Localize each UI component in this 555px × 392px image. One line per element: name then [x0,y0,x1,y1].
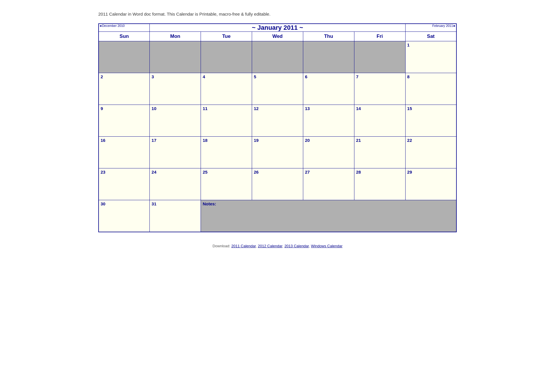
day-6: 6 [303,73,354,105]
next-month[interactable]: February 2011► [405,24,456,32]
day-3: 3 [150,73,201,105]
day-15: 15 [405,105,456,137]
day-11: 11 [201,105,252,137]
day-7: 7 [354,73,405,105]
week-row-3: 9101112131415 [99,105,456,137]
notes-cell: Notes: [201,200,456,232]
footer-prefix: Download: [212,244,230,248]
day-21: 21 [354,137,405,168]
week-row-5: 23242526272829 [99,168,456,200]
calendar-container: 2011 Calendar in Word doc format. This C… [98,12,457,248]
day-10: 10 [150,105,201,137]
link-2013-calendar[interactable]: 2013 Calendar [284,244,309,248]
link-2011-calendar[interactable]: 2011 Calendar [231,244,256,248]
day-name-wed: Wed [252,32,303,41]
month-header-row: ◄December 2010 ~ January 2011 ~ February… [99,24,456,32]
day-22: 22 [405,137,456,168]
day-30: 30 [99,200,150,232]
day-18: 18 [201,137,252,168]
day-inactive [150,41,201,73]
day-names-row: SunMonTueWedThuFriSat [99,32,456,41]
day-23: 23 [99,168,150,200]
day-inactive [201,41,252,73]
day-name-tue: Tue [201,32,252,41]
day-25: 25 [201,168,252,200]
link-windows-calendar[interactable]: Windows Calendar [311,244,343,248]
day-9: 9 [99,105,150,137]
day-name-mon: Mon [150,32,201,41]
day-19: 19 [252,137,303,168]
day-inactive [354,41,405,73]
day-4: 4 [201,73,252,105]
month-title: ~ January 2011 ~ [150,24,405,32]
day-2: 2 [99,73,150,105]
calendar-table: ◄December 2010 ~ January 2011 ~ February… [98,23,457,232]
day-29: 29 [405,168,456,200]
page-description: 2011 Calendar in Word doc format. This C… [98,12,457,16]
week-row-last: 3031Notes: [99,200,456,232]
day-name-fri: Fri [354,32,405,41]
day-inactive [99,41,150,73]
day-28: 28 [354,168,405,200]
day-inactive [252,41,303,73]
day-name-thu: Thu [303,32,354,41]
day-name-sun: Sun [99,32,150,41]
day-27: 27 [303,168,354,200]
footer: Download: 2011 Calendar, 2012 Calendar, … [98,244,457,248]
week-row-1: 1 [99,41,456,73]
link-2012-calendar[interactable]: 2012 Calendar [258,244,282,248]
day-16: 16 [99,137,150,168]
prev-month[interactable]: ◄December 2010 [99,24,150,32]
day-20: 20 [303,137,354,168]
week-row-2: 2345678 [99,73,456,105]
week-row-4: 16171819202122 [99,137,456,168]
day-24: 24 [150,168,201,200]
day-13: 13 [303,105,354,137]
day-inactive [303,41,354,73]
day-8: 8 [405,73,456,105]
day-name-sat: Sat [405,32,456,41]
day-31: 31 [150,200,201,232]
day-1: 1 [405,41,456,73]
day-14: 14 [354,105,405,137]
day-17: 17 [150,137,201,168]
day-26: 26 [252,168,303,200]
day-12: 12 [252,105,303,137]
day-5: 5 [252,73,303,105]
